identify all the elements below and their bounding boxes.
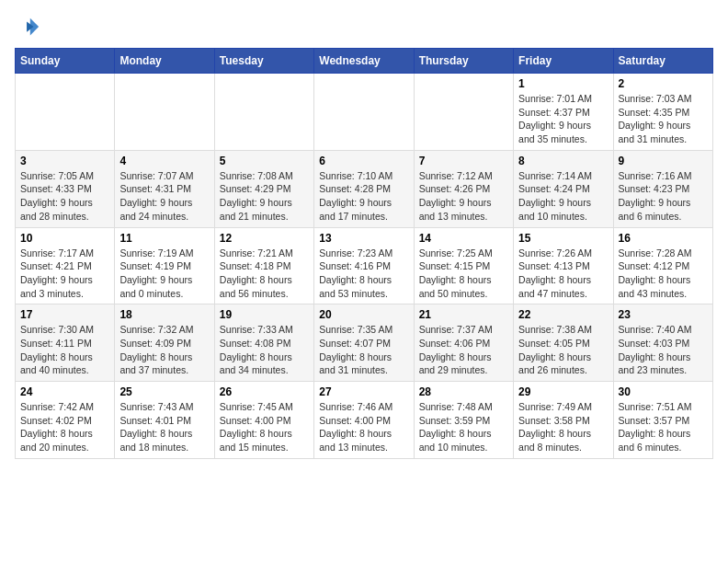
weekday-header: Saturday [613, 49, 712, 74]
weekday-header: Thursday [414, 49, 513, 74]
logo [15, 15, 44, 40]
calendar-cell: 7Sunrise: 7:12 AM Sunset: 4:26 PM Daylig… [414, 150, 513, 227]
calendar-cell: 14Sunrise: 7:25 AM Sunset: 4:15 PM Dayli… [414, 227, 513, 304]
day-number: 21 [419, 308, 508, 321]
day-number: 8 [518, 155, 608, 167]
day-info: Sunrise: 7:19 AM Sunset: 4:19 PM Dayligh… [119, 247, 209, 301]
day-info: Sunrise: 7:28 AM Sunset: 4:12 PM Dayligh… [619, 247, 708, 301]
day-info: Sunrise: 7:12 AM Sunset: 4:26 PM Dayligh… [419, 169, 508, 224]
day-info: Sunrise: 7:37 AM Sunset: 4:06 PM Dayligh… [419, 323, 508, 377]
calendar-cell: 13Sunrise: 7:23 AM Sunset: 4:16 PM Dayli… [314, 227, 414, 304]
day-info: Sunrise: 7:45 AM Sunset: 4:00 PM Dayligh… [220, 400, 309, 454]
calendar-cell [115, 74, 214, 151]
calendar-cell: 29Sunrise: 7:49 AM Sunset: 3:58 PM Dayli… [514, 382, 613, 459]
weekday-header: Sunday [16, 49, 115, 74]
calendar-cell: 12Sunrise: 7:21 AM Sunset: 4:18 PM Dayli… [214, 227, 313, 304]
day-number: 28 [419, 385, 508, 398]
day-info: Sunrise: 7:10 AM Sunset: 4:28 PM Dayligh… [319, 169, 408, 224]
day-number: 2 [619, 77, 708, 90]
day-info: Sunrise: 7:48 AM Sunset: 3:59 PM Dayligh… [419, 400, 508, 454]
day-number: 7 [419, 155, 508, 167]
day-number: 6 [319, 155, 408, 167]
calendar-cell [214, 74, 313, 151]
day-number: 3 [20, 155, 109, 167]
calendar-cell: 1Sunrise: 7:01 AM Sunset: 4:37 PM Daylig… [514, 74, 613, 151]
day-number: 20 [319, 308, 408, 321]
calendar-week-row: 10Sunrise: 7:17 AM Sunset: 4:21 PM Dayli… [16, 227, 713, 304]
day-info: Sunrise: 7:30 AM Sunset: 4:11 PM Dayligh… [20, 323, 109, 377]
day-info: Sunrise: 7:32 AM Sunset: 4:09 PM Dayligh… [119, 323, 209, 377]
calendar-cell: 24Sunrise: 7:42 AM Sunset: 4:02 PM Dayli… [16, 382, 115, 459]
day-info: Sunrise: 7:26 AM Sunset: 4:13 PM Dayligh… [518, 247, 608, 301]
day-number: 14 [419, 232, 508, 245]
weekday-header: Wednesday [314, 49, 414, 74]
calendar-cell: 6Sunrise: 7:10 AM Sunset: 4:28 PM Daylig… [314, 150, 414, 227]
calendar-cell: 26Sunrise: 7:45 AM Sunset: 4:00 PM Dayli… [214, 382, 313, 459]
day-info: Sunrise: 7:49 AM Sunset: 3:58 PM Dayligh… [518, 400, 608, 454]
calendar-cell: 28Sunrise: 7:48 AM Sunset: 3:59 PM Dayli… [414, 382, 513, 459]
calendar-week-row: 24Sunrise: 7:42 AM Sunset: 4:02 PM Dayli… [16, 382, 713, 459]
calendar-cell: 17Sunrise: 7:30 AM Sunset: 4:11 PM Dayli… [16, 304, 115, 382]
day-number: 22 [518, 308, 608, 321]
calendar-week-row: 17Sunrise: 7:30 AM Sunset: 4:11 PM Dayli… [16, 304, 713, 382]
calendar-cell: 3Sunrise: 7:05 AM Sunset: 4:33 PM Daylig… [16, 150, 115, 227]
calendar-cell: 18Sunrise: 7:32 AM Sunset: 4:09 PM Dayli… [115, 304, 214, 382]
day-number: 5 [220, 155, 309, 167]
day-number: 4 [119, 155, 209, 167]
calendar-cell [16, 74, 115, 151]
day-number: 30 [619, 385, 708, 398]
day-info: Sunrise: 7:25 AM Sunset: 4:15 PM Dayligh… [419, 247, 508, 301]
day-number: 18 [119, 308, 209, 321]
calendar-cell: 8Sunrise: 7:14 AM Sunset: 4:24 PM Daylig… [514, 150, 613, 227]
weekday-header: Tuesday [214, 49, 313, 74]
day-info: Sunrise: 7:43 AM Sunset: 4:01 PM Dayligh… [119, 400, 209, 454]
calendar-cell: 9Sunrise: 7:16 AM Sunset: 4:23 PM Daylig… [613, 150, 712, 227]
day-number: 17 [20, 308, 109, 321]
day-info: Sunrise: 7:35 AM Sunset: 4:07 PM Dayligh… [319, 323, 408, 377]
day-info: Sunrise: 7:01 AM Sunset: 4:37 PM Dayligh… [518, 92, 608, 146]
day-info: Sunrise: 7:42 AM Sunset: 4:02 PM Dayligh… [20, 400, 109, 454]
day-number: 13 [319, 232, 408, 245]
day-info: Sunrise: 7:40 AM Sunset: 4:03 PM Dayligh… [619, 323, 708, 377]
day-info: Sunrise: 7:38 AM Sunset: 4:05 PM Dayligh… [518, 323, 608, 377]
calendar-cell: 11Sunrise: 7:19 AM Sunset: 4:19 PM Dayli… [115, 227, 214, 304]
calendar-cell: 30Sunrise: 7:51 AM Sunset: 3:57 PM Dayli… [613, 382, 712, 459]
calendar-cell: 20Sunrise: 7:35 AM Sunset: 4:07 PM Dayli… [314, 304, 414, 382]
day-number: 26 [220, 385, 309, 398]
calendar-cell: 4Sunrise: 7:07 AM Sunset: 4:31 PM Daylig… [115, 150, 214, 227]
day-info: Sunrise: 7:33 AM Sunset: 4:08 PM Dayligh… [220, 323, 309, 377]
calendar-cell: 22Sunrise: 7:38 AM Sunset: 4:05 PM Dayli… [514, 304, 613, 382]
day-info: Sunrise: 7:23 AM Sunset: 4:16 PM Dayligh… [319, 247, 408, 301]
calendar-week-row: 3Sunrise: 7:05 AM Sunset: 4:33 PM Daylig… [16, 150, 713, 227]
day-info: Sunrise: 7:07 AM Sunset: 4:31 PM Dayligh… [119, 169, 209, 224]
calendar-cell: 15Sunrise: 7:26 AM Sunset: 4:13 PM Dayli… [514, 227, 613, 304]
day-info: Sunrise: 7:14 AM Sunset: 4:24 PM Dayligh… [518, 169, 608, 224]
day-number: 9 [619, 155, 708, 167]
day-info: Sunrise: 7:51 AM Sunset: 3:57 PM Dayligh… [619, 400, 708, 454]
calendar-cell: 5Sunrise: 7:08 AM Sunset: 4:29 PM Daylig… [214, 150, 313, 227]
calendar-cell [414, 74, 513, 151]
day-number: 10 [20, 232, 109, 245]
day-number: 25 [119, 385, 209, 398]
day-number: 23 [619, 308, 708, 321]
day-number: 1 [518, 77, 608, 90]
calendar-week-row: 1Sunrise: 7:01 AM Sunset: 4:37 PM Daylig… [16, 74, 713, 151]
calendar-cell: 19Sunrise: 7:33 AM Sunset: 4:08 PM Dayli… [214, 304, 313, 382]
day-number: 16 [619, 232, 708, 245]
day-number: 15 [518, 232, 608, 245]
calendar-cell: 21Sunrise: 7:37 AM Sunset: 4:06 PM Dayli… [414, 304, 513, 382]
day-number: 29 [518, 385, 608, 398]
calendar-cell: 23Sunrise: 7:40 AM Sunset: 4:03 PM Dayli… [613, 304, 712, 382]
day-info: Sunrise: 7:05 AM Sunset: 4:33 PM Dayligh… [20, 169, 109, 224]
weekday-header: Friday [514, 49, 613, 74]
day-number: 12 [220, 232, 309, 245]
weekday-header: Monday [115, 49, 214, 74]
calendar-cell: 2Sunrise: 7:03 AM Sunset: 4:35 PM Daylig… [613, 74, 712, 151]
day-number: 24 [20, 385, 109, 398]
day-info: Sunrise: 7:08 AM Sunset: 4:29 PM Dayligh… [220, 169, 309, 224]
calendar-cell [314, 74, 414, 151]
calendar-cell: 25Sunrise: 7:43 AM Sunset: 4:01 PM Dayli… [115, 382, 214, 459]
day-info: Sunrise: 7:46 AM Sunset: 4:00 PM Dayligh… [319, 400, 408, 454]
calendar-table: SundayMondayTuesdayWednesdayThursdayFrid… [15, 48, 713, 459]
page-header [15, 15, 713, 40]
